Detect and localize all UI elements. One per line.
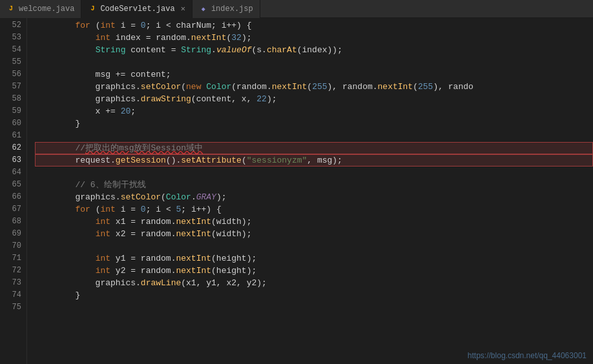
code-line-73: graphics.drawLine(x1, y1, x2, y2);: [35, 277, 593, 289]
code-line-74: }: [35, 289, 593, 301]
code-line-59: x += 20;: [35, 105, 593, 117]
watermark: https://blog.csdn.net/qq_44063001: [468, 351, 587, 360]
ln-67: 67: [5, 203, 21, 216]
ln-62: 62: [5, 142, 21, 154]
code-line-72: int y2 = random.nextInt(height);: [35, 265, 593, 277]
code-line-54: String content = String.valueOf(s.charAt…: [35, 44, 593, 56]
code-line-60: }: [35, 117, 593, 130]
code-line-65: // 6、绘制干扰线: [35, 179, 593, 191]
code-line-75: [35, 301, 593, 314]
ln-72: 72: [5, 265, 21, 277]
tab-label: welcome.java: [19, 5, 74, 14]
code-line-57: graphics.setColor(new Color(random.nextI…: [35, 81, 593, 93]
ln-70: 70: [5, 240, 21, 252]
close-icon[interactable]: ✕: [181, 4, 185, 14]
ln-55: 55: [5, 56, 21, 68]
ln-58: 58: [5, 93, 21, 105]
code-line-53: int index = random.nextInt(32);: [35, 32, 593, 44]
ln-68: 68: [5, 216, 21, 228]
ln-60: 60: [5, 117, 21, 130]
line-numbers: 52 53 54 55 56 57 58 59 60 61 62 63 64 6…: [0, 18, 27, 364]
tab-welcome[interactable]: J welcome.java: [0, 0, 81, 18]
tab-bar: J welcome.java J CodeServlet.java ✕ ◆ in…: [0, 0, 593, 18]
tab-index[interactable]: ◆ index.jsp: [192, 0, 260, 18]
tab-label-index: index.jsp: [211, 5, 253, 14]
ln-69: 69: [5, 228, 21, 240]
ln-73: 73: [5, 277, 21, 289]
code-line-66: graphics.setColor(Color.GRAY);: [35, 191, 593, 203]
code-line-67: for (int i = 0; i < 5; i++) {: [35, 203, 593, 216]
jsp-icon: ◆: [199, 5, 208, 14]
ln-74: 74: [5, 289, 21, 301]
code-line-64: [35, 167, 593, 179]
code-line-56: msg += content;: [35, 68, 593, 81]
ln-61: 61: [5, 130, 21, 142]
code-line-62: //把取出的msg放到Session域中: [35, 142, 593, 154]
code-line-61: [35, 130, 593, 142]
code-line-52: for (int i = 0; i < charNum; i++) {: [35, 19, 593, 32]
java-icon: J: [6, 5, 16, 14]
ln-52: 52: [5, 19, 21, 32]
tab-label-active: CodeServlet.java: [100, 5, 174, 14]
ln-63: 63: [5, 154, 21, 167]
tab-codeservlet[interactable]: J CodeServlet.java ✕: [81, 0, 192, 18]
ln-66: 66: [5, 191, 21, 203]
code-line-68: int x1 = random.nextInt(width);: [35, 216, 593, 228]
java-icon-active: J: [88, 5, 97, 14]
ln-71: 71: [5, 252, 21, 265]
code-line-55: [35, 56, 593, 68]
code-line-70: [35, 240, 593, 252]
editor-container: 52 53 54 55 56 57 58 59 60 61 62 63 64 6…: [0, 18, 593, 364]
ln-64: 64: [5, 167, 21, 179]
ln-65: 65: [5, 179, 21, 191]
code-line-71: int y1 = random.nextInt(height);: [35, 252, 593, 265]
code-line-63: request.getSession().setAttribute("sessi…: [35, 154, 593, 167]
code-line-69: int x2 = random.nextInt(width);: [35, 228, 593, 240]
ln-59: 59: [5, 105, 21, 117]
ln-56: 56: [5, 68, 21, 81]
ln-57: 57: [5, 81, 21, 93]
code-area: for (int i = 0; i < charNum; i++) { int …: [27, 18, 593, 364]
code-line-58: graphics.drawString(content, x, 22);: [35, 93, 593, 105]
ln-54: 54: [5, 44, 21, 56]
ln-75: 75: [5, 301, 21, 314]
ln-53: 53: [5, 32, 21, 44]
